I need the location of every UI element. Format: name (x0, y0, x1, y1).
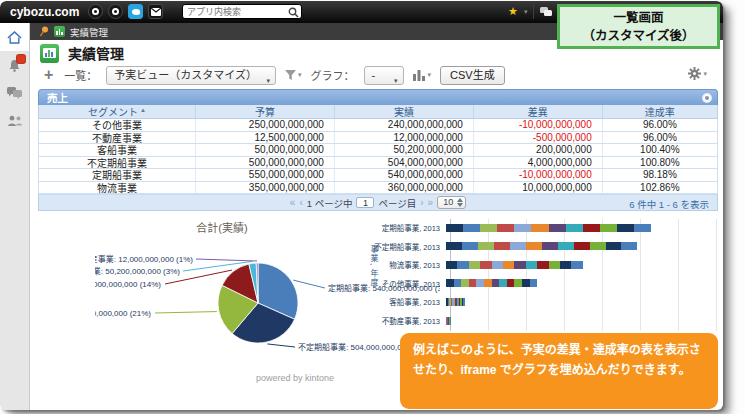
filter-button[interactable]: ▾ (285, 70, 302, 80)
filter-caret-icon: ▾ (298, 71, 302, 79)
pin-icon[interactable] (39, 26, 49, 37)
view-select-value: 予実ビュー（カスタマイズ） (114, 69, 257, 81)
bar-segment (526, 242, 542, 250)
thread-bubbles-icon[interactable] (540, 7, 552, 17)
page-size-value: 10 (443, 197, 453, 207)
pie-slice-label: 客船事業: 50,200,000,000 (3%) (95, 266, 180, 276)
bar-segment (583, 224, 600, 232)
garoon-icon-glyph (112, 8, 119, 15)
bar-segment (590, 242, 606, 250)
table-cell: 50,200,000,000 (334, 144, 473, 156)
table-cell: 4,000,000,000 (473, 157, 602, 169)
left-sidebar (0, 23, 30, 410)
kintone-icon[interactable] (128, 4, 143, 19)
bar-segment (617, 224, 634, 232)
mail-icon[interactable] (148, 4, 163, 19)
bar-segment (606, 242, 622, 250)
pie-leader-line (293, 280, 325, 288)
table-cell: 10,000,000,000 (473, 182, 602, 194)
bar-chart-row: 不定期船事業, 2013 (366, 237, 720, 256)
view-toolbar: + 一覧： 予実ビュー（カスタマイズ） ▾ ▾ グラフ： - ▾ (42, 64, 693, 86)
bar-segment (542, 242, 558, 250)
bar-segment (454, 279, 462, 287)
favorite-star-icon[interactable]: ★ (508, 4, 518, 19)
group-header-sales[interactable]: 売上 (38, 89, 718, 105)
breadcrumb-app-name[interactable]: 実績管理 (70, 25, 108, 39)
gear-icon (688, 67, 701, 80)
sidebar-item-people[interactable] (0, 107, 29, 135)
stacked-bar (446, 317, 451, 325)
table-row[interactable]: 定期船事業550,000,000,000540,000,000,000-10,0… (38, 169, 718, 182)
bar-category-label: 客船事業, 2013 (366, 296, 446, 307)
collapse-group-icon[interactable] (702, 93, 712, 103)
sidebar-item-notifications[interactable] (0, 51, 29, 79)
bar-segment (446, 224, 463, 232)
last-page-icon[interactable]: » (428, 198, 434, 208)
garoon-icon[interactable] (108, 4, 123, 19)
bar-category-label: その他事業, 2013 (366, 278, 446, 289)
prev-page-icon[interactable]: ‹ (299, 198, 302, 208)
page-count-label: 1 ページ中 (307, 196, 353, 210)
table-cell: 100.40% (602, 144, 717, 156)
bar-segment (549, 224, 566, 232)
page-number-input[interactable] (356, 197, 374, 208)
table-cell: 540,000,000,000 (334, 169, 473, 181)
stacked-bar (446, 242, 637, 250)
bar-segment (461, 279, 469, 287)
search-icon[interactable] (288, 7, 299, 18)
column-header-rate[interactable]: 達成率 (602, 105, 717, 118)
bar-segment (537, 261, 548, 269)
csv-generate-button[interactable]: CSV生成 (440, 66, 505, 85)
bar-category-label: 定期船事業, 2013 (366, 222, 446, 233)
graph-select[interactable]: - ▾ (364, 66, 404, 85)
add-record-button[interactable]: + (42, 66, 55, 84)
settings-control[interactable]: ▾ (688, 67, 707, 80)
table-cell: 350,000,000,000 (195, 182, 334, 194)
sidebar-item-messages[interactable] (0, 79, 29, 107)
next-page-icon[interactable]: › (420, 198, 423, 208)
sort-asc-icon: ▲ (140, 107, 146, 113)
portal-icon[interactable] (88, 4, 103, 19)
search-input[interactable] (187, 5, 283, 18)
green-callout-line2: （カスタマイズ後） (582, 27, 694, 45)
results-table-body: その他事業250,000,000,000240,000,000,000-10,0… (38, 119, 718, 194)
column-header-budget[interactable]: 予算 (195, 105, 334, 118)
page-size-select[interactable]: 10 (437, 196, 466, 209)
table-cell: 50,000,000,000 (195, 144, 334, 156)
table-row[interactable]: 不動産事業12,500,000,00012,000,000,000-500,00… (38, 132, 718, 145)
browser-window: cybozu.com ★ ▾ (0, 1, 723, 410)
pagination-bar: « ‹ 1 ページ中 ページ目 › » 10 6 件中 1 - 6 を表示 (38, 194, 718, 211)
chart-button[interactable]: ▾ (413, 69, 432, 81)
table-cell: 250,000,000,000 (195, 119, 334, 131)
column-header-segment[interactable]: セグメント ▲ (39, 105, 195, 118)
bar-segment (463, 224, 480, 232)
bar-segment (446, 279, 454, 287)
people-icon (7, 115, 23, 127)
favorite-caret-icon[interactable]: ▾ (524, 8, 528, 16)
bar-segment (492, 261, 503, 269)
bar-chart-icon (413, 69, 426, 81)
bar-segment (469, 279, 477, 287)
column-header-actual[interactable]: 実績 (334, 105, 473, 118)
bar-segment (514, 279, 522, 287)
bar-segment (446, 242, 462, 250)
green-callout-line1: 一覧画面 (613, 9, 663, 27)
table-row[interactable]: 物流事業350,000,000,000360,000,000,00010,000… (38, 182, 718, 195)
column-header-diff[interactable]: 差異 (473, 105, 602, 118)
bar-segment (510, 242, 526, 250)
sidebar-item-home[interactable] (0, 23, 29, 51)
view-select[interactable]: 予実ビュー（カスタマイズ） ▾ (106, 66, 276, 85)
bar-segment (634, 224, 651, 232)
first-page-icon[interactable]: « (290, 198, 296, 208)
bar-segment (549, 261, 560, 269)
bar-segment (480, 261, 491, 269)
bar-category-label: 不定期船事業, 2013 (366, 241, 446, 252)
mail-icon-glyph (151, 8, 161, 16)
bar-chart-row: その他事業, 2013 (366, 274, 720, 293)
screenshot-root: cybozu.com ★ ▾ (0, 0, 745, 414)
bar-segment (457, 261, 468, 269)
bar-segment (531, 224, 548, 232)
topbar-divider (533, 5, 534, 19)
pie-leader-line (155, 312, 217, 313)
portal-icon-glyph (92, 8, 99, 15)
